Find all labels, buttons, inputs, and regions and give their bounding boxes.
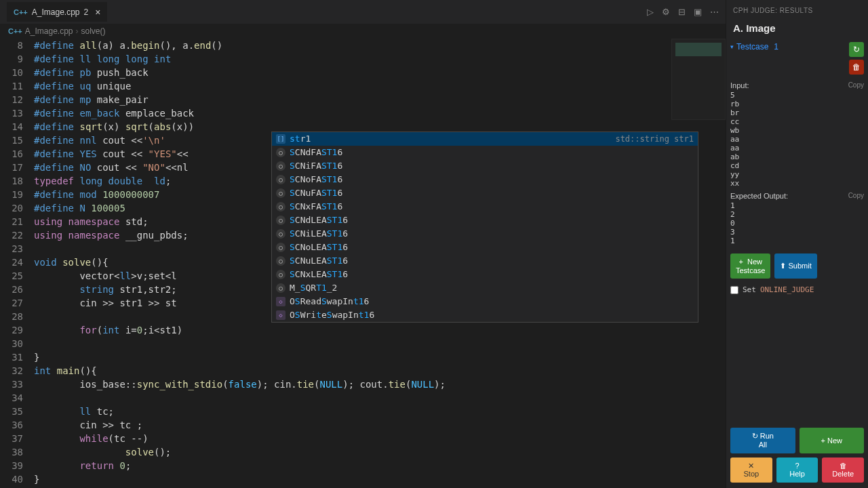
delete-button[interactable]: 🗑 Delete [822,458,864,483]
suggest-item[interactable]: ○SCNiLEAST16 [272,227,698,241]
code-line[interactable]: ll tc; [34,405,726,418]
stop-button[interactable]: ✕ Stop [730,458,772,483]
copy-input-button[interactable]: Copy [848,81,864,89]
input-label: Input: [730,81,749,89]
run-icon[interactable]: ▷ [647,7,654,17]
minimap[interactable] [671,39,726,120]
cpp-icon: C++ [8,27,22,35]
constant-icon: ○ [276,188,285,198]
layout-icon[interactable]: ▣ [694,7,702,17]
expected-label: Expected Output: [730,192,788,200]
testcase-toggle[interactable]: ▾ Testcase [730,42,768,52]
code-editor[interactable]: 8910111213141516171819202122232425262728… [0,39,726,488]
constant-icon: ○ [276,216,285,225]
copy-expected-button[interactable]: Copy [848,192,864,200]
suggest-item[interactable]: ○SCNoLEAST16 [272,241,698,254]
online-judge-checkbox[interactable] [730,286,738,294]
online-judge-code: ONLINE_JUDGE [760,285,814,294]
constant-icon: ○ [276,202,285,211]
constant-icon: ○ [276,283,285,293]
testcase-number: 1 [774,42,778,52]
code-lines[interactable]: []str1std::string str1○SCNdFAST16○SCNiFA… [34,39,726,488]
file-tab[interactable]: C++ A_Image.cpp 2 × [7,2,107,22]
suggest-item[interactable]: ◇OSWriteSwapInt16 [272,308,698,322]
suggest-detail: std::string str1 [615,132,694,146]
code-line[interactable] [34,391,726,405]
panel-header: CPH JUDGE: RESULTS [730,5,864,20]
code-line[interactable]: #define mp make_pair [34,93,726,106]
chevron-right-icon: › [76,26,79,36]
code-line[interactable]: } [34,350,726,364]
breadcrumb-function[interactable]: solve() [81,26,106,36]
breadcrumb-file[interactable]: A_Image.cpp [25,26,73,36]
suggest-item[interactable]: ○SCNuFAST16 [272,186,698,200]
tab-bar: C++ A_Image.cpp 2 × ▷ ⚙ ⊟ ▣ ⋯ [0,0,726,24]
code-line[interactable]: #define pb push_back [34,66,726,79]
intellisense-popup[interactable]: []str1std::string str1○SCNdFAST16○SCNiFA… [271,131,698,323]
set-label: Set [743,285,756,294]
editor-area: C++ A_Image.cpp 2 × ▷ ⚙ ⊟ ▣ ⋯ C++ A_Imag… [0,0,726,488]
new-button[interactable]: + New [800,428,865,453]
code-line[interactable]: cin >> tc ; [34,418,726,432]
input-block[interactable]: 5 rb br cc wb aa aa ab cd yy xx [730,89,864,189]
suggest-item[interactable]: ○M_SQRT1_2 [272,281,698,295]
problem-title: A. Image [730,20,864,42]
function-icon: ◇ [276,310,285,320]
suggest-item[interactable]: ○SCNdLEAST16 [272,214,698,227]
suggest-item[interactable]: ○SCNxLEAST16 [272,268,698,281]
code-line[interactable]: #define em_back emplace_back [34,106,726,120]
code-line[interactable]: int main(){ [34,364,726,378]
constant-icon: ○ [276,161,285,171]
delete-testcase-button[interactable]: 🗑 [849,60,864,75]
variable-icon: [] [276,134,285,144]
constant-icon: ○ [276,243,285,252]
chevron-down-icon: ▾ [730,43,734,50]
suggest-item[interactable]: ○SCNdFAST16 [272,146,698,159]
constant-icon: ○ [276,148,285,157]
suggest-item[interactable]: ○SCNxFAST16 [272,200,698,214]
help-button[interactable]: ? Help [776,458,818,483]
code-line[interactable]: #define uq unique [34,79,726,93]
split-icon[interactable]: ⊟ [678,7,686,17]
line-gutter: 8910111213141516171819202122232425262728… [0,39,34,488]
cpp-icon: C++ [14,8,28,16]
code-line[interactable]: } [34,472,726,486]
cph-judge-panel: CPH JUDGE: RESULTS A. Image ▾ Testcase 1… [726,0,868,488]
expected-block[interactable]: 1 2 0 3 1 [730,200,864,247]
function-icon: ◇ [276,297,285,306]
code-line[interactable]: for(int i=0;i<st1) [34,323,726,337]
run-all-button[interactable]: ↻ Run All [730,428,795,453]
suggest-item[interactable]: ◇OSReadSwapInt16 [272,295,698,308]
code-line[interactable]: ios_base::sync_with_stdio(false); cin.ti… [34,378,726,391]
code-line[interactable]: while(tc --) [34,432,726,445]
more-icon[interactable]: ⋯ [710,7,719,17]
code-line[interactable] [34,337,726,350]
code-line[interactable]: solve(); [34,445,726,459]
constant-icon: ○ [276,175,285,184]
new-testcase-button[interactable]: + New Testcase [730,253,770,279]
constant-icon: ○ [276,229,285,239]
code-line[interactable]: #define all(a) a.begin(), a.end() [34,39,726,52]
tab-filename: A_Image.cpp [32,7,80,17]
breadcrumb: C++ A_Image.cpp › solve() [0,24,726,39]
suggest-item[interactable]: ○SCNiFAST16 [272,159,698,173]
constant-icon: ○ [276,270,285,279]
close-icon[interactable]: × [95,7,100,18]
code-line[interactable]: return 0; [34,459,726,472]
suggest-item[interactable]: ○SCNoFAST16 [272,173,698,186]
rerun-testcase-button[interactable]: ↻ [849,42,864,57]
gear-icon[interactable]: ⚙ [662,7,670,17]
suggest-item[interactable]: []str1std::string str1 [272,132,698,146]
constant-icon: ○ [276,256,285,266]
code-line[interactable]: #define ll long long int [34,52,726,66]
submit-button[interactable]: ⬆ Submit [774,253,816,279]
tab-problems-badge: 2 [84,7,89,17]
suggest-item[interactable]: ○SCNuLEAST16 [272,254,698,268]
